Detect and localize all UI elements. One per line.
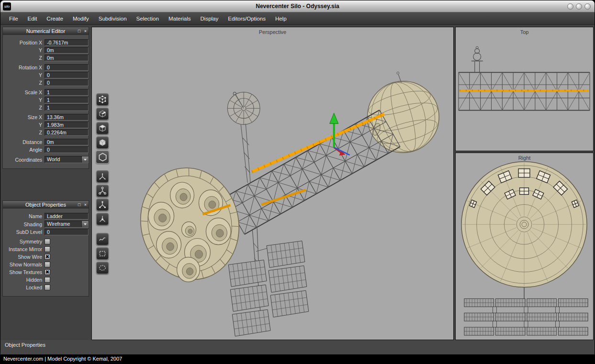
maximize-button[interactable] [576,3,582,10]
size-x-field[interactable]: 13.36m [45,114,89,121]
angle-label: Angle [4,147,42,153]
multi-select-icon [98,153,107,162]
size-y-field[interactable]: 1.983m [45,121,89,128]
show-wire-label: Show Wire [4,254,42,260]
panel-collapse-icon[interactable]: □ [76,28,82,34]
menu-selection[interactable]: Selection [132,13,164,24]
menu-display[interactable]: Display [196,13,224,24]
position-x-field[interactable]: -0.7617m [45,39,89,46]
scale-z-field[interactable]: 1 [45,104,89,111]
minimize-button[interactable] [567,3,573,10]
menu-file[interactable]: File [4,13,23,24]
dropdown-button[interactable] [81,221,88,227]
viewport-toolbar [96,93,110,280]
name-label: Name [4,213,42,219]
position-z-field[interactable]: 0m [45,55,89,61]
vertex-mode-button[interactable] [96,93,109,106]
ellipse-select-button[interactable] [96,262,109,274]
instance-mirror-checkbox[interactable] [45,246,50,252]
size-z-label: Z [4,130,42,135]
app-icon-label: silo [4,4,10,9]
object-mode-button[interactable] [96,136,109,149]
menu-modify[interactable]: Modify [68,13,94,24]
move-tool-button[interactable] [96,170,109,183]
close-button[interactable] [584,3,591,10]
menu-materials[interactable]: Materials [164,13,196,24]
menu-editors-options[interactable]: Editors/Options [223,13,270,24]
viewport-label: Top [456,29,593,35]
chevron-down-icon [84,159,87,161]
numerical-editor-header[interactable]: Numerical Editor □ × [3,27,89,35]
dropdown-button[interactable] [81,156,88,163]
window-controls [567,3,591,10]
rotate-tool-button[interactable] [96,185,109,197]
rotation-y-field[interactable]: 0 [45,72,89,78]
angle-field[interactable]: 0 [45,146,89,153]
top-viewport[interactable]: Top [455,27,594,151]
rotation-y-label: Y [4,72,42,78]
right-viewport[interactable]: Right [455,153,594,340]
scale-y-field[interactable]: 1 [45,97,89,103]
shading-dropdown[interactable]: Wireframe [45,221,89,228]
menu-bar: File Edit Create Modify Subdivision Sele… [0,12,595,25]
chevron-down-icon [84,223,87,225]
title-bar[interactable]: silo Nevercenter Silo - Odyssey.sia [0,0,595,12]
scale-tool-button[interactable] [96,199,109,211]
edge-mode-icon [98,110,107,118]
subd-level-field[interactable]: 0 [45,229,89,235]
locked-label: Locked [4,285,42,290]
menu-edit[interactable]: Edit [23,13,42,24]
object-properties-header[interactable]: Object Properties □ × [3,201,89,209]
edge-mode-button[interactable] [96,108,109,120]
menu-help[interactable]: Help [270,13,292,24]
scale-y-label: Y [4,97,42,103]
multi-select-mode-button[interactable] [96,150,109,164]
face-mode-button[interactable] [96,122,109,134]
rotation-z-label: Z [4,80,42,86]
viewport-label: Right [456,155,593,161]
locked-checkbox[interactable] [45,285,50,290]
show-normals-checkbox[interactable] [45,262,50,267]
perspective-viewport[interactable]: Perspective [91,27,454,340]
rotation-x-field[interactable]: 0 [45,64,89,71]
show-textures-checkbox[interactable]: ✖ [45,269,50,275]
panel-close-icon[interactable]: × [82,201,89,208]
footer-bar: Nevercenter.com | Model Copyright © Kema… [0,354,595,364]
size-y-label: Y [4,122,42,128]
size-z-field[interactable]: 0.2264m [45,129,89,136]
rotation-x-label: Rotation X [4,65,42,70]
panel-close-icon[interactable]: × [82,28,89,34]
show-wire-checkbox[interactable]: ✖ [45,254,50,260]
face-mode-icon [98,124,107,132]
position-y-field[interactable]: 0m [45,47,89,54]
rotation-z-field[interactable]: 0 [45,79,89,86]
name-field[interactable]: Ladder [45,213,89,220]
tweak-tool-icon [98,215,107,223]
position-x-label: Position X [4,40,42,45]
subd-level-label: SubD Level [4,229,42,235]
hidden-checkbox[interactable] [45,277,50,283]
distance-field[interactable]: 0m [45,139,89,145]
viewport-label: Perspective [92,29,453,35]
panel-collapse-icon[interactable]: □ [76,201,82,208]
paint-select-button[interactable] [96,233,109,245]
symmetry-checkbox[interactable] [45,239,50,244]
scale-tool-icon [98,200,107,209]
scale-x-label: Scale X [4,89,42,95]
main-content: Numerical Editor □ × Position X-0.7617m … [0,25,595,340]
ellipse-select-icon [98,264,107,272]
status-bar: Object Properties [0,340,595,354]
size-x-label: Size X [4,114,42,120]
move-tool-icon [98,172,107,181]
menu-subdivision[interactable]: Subdivision [94,13,132,24]
panel-title: Numerical Editor [15,28,76,34]
scale-x-field[interactable]: 1 [45,89,89,96]
rect-select-button[interactable] [96,247,109,260]
paint-select-icon [98,235,107,243]
menu-create[interactable]: Create [42,13,68,24]
coordinates-dropdown[interactable]: World [45,156,89,163]
status-text: Object Properties [5,342,45,348]
tweak-tool-button[interactable] [96,213,109,225]
numerical-editor-panel: Numerical Editor □ × Position X-0.7617m … [2,27,89,169]
instance-mirror-label: Instance Mirror [4,246,42,252]
